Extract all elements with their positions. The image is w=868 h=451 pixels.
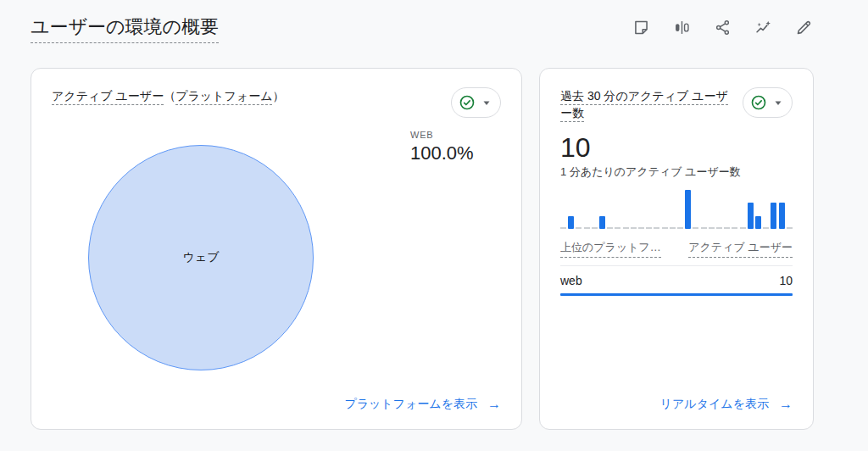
column-header-active-users[interactable]: アクティブ ユーザー — [688, 240, 793, 258]
minute-empty-dash — [560, 188, 566, 229]
realtime-users-card: 過去 30 分のアクティブ ユーザー数 10 1 分あたりのアクティブ ユーザー… — [539, 68, 814, 430]
card-title-realtime: 過去 30 分のアクティブ ユーザー数 — [560, 87, 734, 121]
minute-empty-dash — [646, 188, 652, 229]
minute-bar — [755, 188, 761, 229]
page-title[interactable]: ユーザーの環境の概要 — [31, 15, 219, 43]
column-header-platform[interactable]: 上位のプラットフ… — [560, 240, 661, 258]
minute-empty-dash — [693, 188, 698, 229]
minute-empty-dash — [584, 188, 590, 229]
edit-pencil-icon[interactable] — [793, 17, 814, 37]
minute-empty-dash — [787, 188, 793, 229]
minute-empty-dash — [654, 188, 659, 229]
report-toolbar — [631, 15, 814, 37]
insights-icon[interactable] — [753, 17, 773, 37]
legend-key: WEB — [410, 130, 474, 140]
minute-empty-dash — [592, 188, 598, 229]
minute-empty-dash — [724, 188, 730, 229]
view-platforms-link[interactable]: プラットフォームを表示 → — [344, 397, 501, 412]
minute-empty-dash — [709, 188, 715, 229]
dimension-label[interactable]: プラットフォーム — [175, 89, 272, 105]
minute-empty-dash — [701, 188, 707, 229]
minute-empty-dash — [623, 188, 629, 229]
check-circle-icon — [459, 94, 476, 111]
share-icon[interactable] — [712, 17, 732, 37]
data-quality-dropdown[interactable] — [451, 87, 501, 118]
row-percentage-bar — [560, 293, 793, 296]
chart-legend: WEB 100.0% — [410, 130, 474, 164]
legend-value: 100.0% — [410, 142, 474, 164]
minute-empty-dash — [662, 188, 668, 229]
platform-cell: web — [560, 274, 582, 287]
minute-empty-dash — [763, 188, 769, 229]
minute-empty-dash — [615, 188, 620, 229]
arrow-right-icon: → — [779, 397, 793, 412]
minute-empty-dash — [631, 188, 637, 229]
top-platforms-table: 上位のプラットフ… アクティブ ユーザー web 10 — [560, 240, 793, 296]
users-cell: 10 — [779, 274, 793, 287]
metric-label[interactable]: 過去 30 分のアクティブ ユーザー数 — [560, 89, 728, 122]
minute-bar — [771, 188, 776, 229]
active-users-platform-card: アクティブ ユーザー（プラットフォーム） ウェブ WEB 100.0% — [31, 68, 522, 430]
card-title-platform: アクティブ ユーザー（プラットフォーム） — [52, 87, 284, 104]
minute-empty-dash — [732, 188, 737, 229]
chevron-down-icon — [773, 97, 783, 108]
minute-empty-dash — [677, 188, 683, 229]
minute-empty-dash — [740, 188, 746, 229]
pie-slice-label: ウェブ — [183, 250, 220, 265]
minute-bar — [599, 188, 605, 229]
minute-empty-dash — [716, 188, 722, 229]
comparison-icon[interactable] — [671, 17, 692, 37]
user-environment-overview-page: ユーザーの環境の概要 — [0, 0, 868, 451]
cards-row: アクティブ ユーザー（プラットフォーム） ウェブ WEB 100.0% — [31, 68, 814, 430]
data-quality-dropdown[interactable] — [743, 87, 793, 118]
active-users-count: 10 — [560, 132, 793, 163]
minute-bar — [568, 188, 574, 229]
active-users-per-minute-chart — [560, 188, 793, 229]
minute-bar — [685, 188, 691, 229]
minute-empty-dash — [607, 188, 613, 229]
table-row: web 10 — [560, 266, 793, 293]
link-label: リアルタイムを表示 — [660, 397, 769, 412]
pie-chart-web-slice[interactable]: ウェブ — [88, 145, 314, 370]
table-header: 上位のプラットフ… アクティブ ユーザー — [560, 240, 793, 266]
paren: ） — [272, 89, 284, 103]
metric-label[interactable]: アクティブ ユーザー — [52, 89, 164, 105]
page-header: ユーザーの環境の概要 — [31, 15, 814, 43]
minute-empty-dash — [576, 188, 581, 229]
arrow-right-icon: → — [487, 397, 501, 412]
minute-bar — [779, 188, 785, 229]
link-label: プラットフォームを表示 — [344, 397, 477, 412]
per-minute-label: 1 分あたりのアクティブ ユーザー数 — [560, 164, 793, 180]
minute-empty-dash — [670, 188, 676, 229]
note-icon[interactable] — [631, 17, 651, 37]
view-realtime-link[interactable]: リアルタイムを表示 → — [660, 397, 793, 412]
minute-bar — [748, 188, 754, 229]
check-circle-icon — [750, 94, 767, 111]
paren: （ — [164, 89, 175, 103]
minute-empty-dash — [638, 188, 644, 229]
chevron-down-icon — [481, 97, 492, 108]
